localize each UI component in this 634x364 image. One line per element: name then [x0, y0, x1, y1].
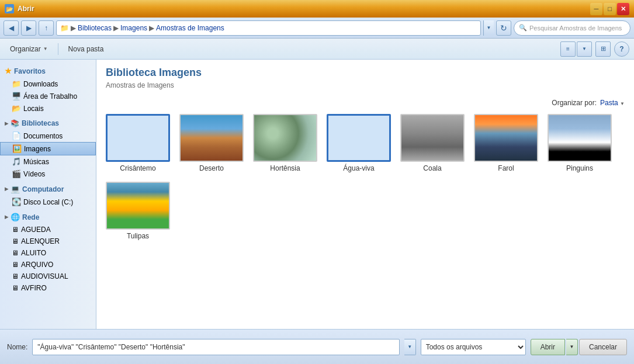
sidebar-item-desktop[interactable]: 🖥️ Área de Trabalho: [0, 90, 96, 102]
close-button[interactable]: ✕: [617, 3, 629, 15]
sidebar-item-drive-c[interactable]: 💽 Disco Local (C:): [0, 196, 96, 208]
sidebar-item-audiovisual[interactable]: 🖥 AUDIOVISUAL: [0, 271, 96, 282]
images-label: Imagens: [24, 145, 51, 153]
arquivo-label: ARQUIVO: [21, 261, 53, 269]
alenquer-label: ALENQUER: [21, 237, 60, 245]
open-dropdown-button[interactable]: ▼: [566, 339, 578, 355]
thumbnail-image: [400, 114, 465, 162]
filename-dropdown-button[interactable]: ▼: [404, 339, 416, 355]
organize-by-button[interactable]: Pasta ▼: [600, 99, 625, 107]
toolbar-separator: [58, 43, 58, 55]
sidebar-item-musicas[interactable]: 🎵 Músicas: [0, 155, 96, 168]
images-icon: 🖼️: [12, 144, 22, 153]
filetype-select[interactable]: Todos os arquivosArquivos de imagemJPEG …: [421, 339, 526, 355]
up-button[interactable]: ↑: [39, 20, 54, 36]
libraries-triangle-icon: ▶: [5, 121, 8, 126]
sidebar-item-agueda[interactable]: 🖥 AGUEDA: [0, 224, 96, 235]
sidebar-item-arquivo[interactable]: 🖥 ARQUIVO: [0, 259, 96, 271]
section-subtitle: Amostras de Imagens: [106, 81, 625, 89]
view-buttons: ≡ ▼ ⊞ ?: [560, 41, 629, 57]
sidebar-libraries-header[interactable]: ▶ 📚 Bibliotecas: [0, 117, 96, 130]
sidebar-item-imagens[interactable]: 🖼️ Imagens: [0, 142, 96, 155]
breadcrumb-images[interactable]: Imagens: [120, 24, 147, 32]
network-icon: 🌐: [11, 213, 20, 221]
drive-c-label: Disco Local (C:): [23, 198, 73, 206]
sidebar-computer-header[interactable]: ▶ 💻 Computador: [0, 182, 96, 196]
network-triangle-icon: ▶: [5, 214, 8, 220]
forward-button[interactable]: ▶: [21, 20, 36, 36]
docs-label: Documentos: [23, 132, 63, 140]
sidebar-section-computer: ▶ 💻 Computador 💽 Disco Local (C:): [0, 182, 96, 208]
titlebar: 📂 Abrir ─ □ ✕: [0, 0, 634, 18]
open-button[interactable]: Abrir: [531, 339, 565, 355]
thumbnail-image: [106, 114, 170, 162]
sidebar-item-documentos[interactable]: 📄 Documentos: [0, 130, 96, 142]
avfiro-icon: 🖥: [12, 284, 19, 292]
thumbnail-image: [106, 182, 170, 230]
video-icon: 🎬: [12, 169, 21, 178]
arquivo-icon: 🖥: [12, 261, 19, 269]
sidebar-item-alenquer[interactable]: 🖥 ALENQUER: [0, 235, 96, 247]
help-button[interactable]: ?: [614, 41, 629, 57]
thumbnail-item[interactable]: Coala: [400, 114, 465, 172]
view-preview-button[interactable]: ⊞: [595, 41, 611, 57]
drive-icon: 💽: [12, 197, 21, 206]
musicas-label: Músicas: [23, 158, 49, 166]
filename-input[interactable]: [32, 339, 399, 355]
sidebar-network-header[interactable]: ▶ 🌐 Rede: [0, 210, 96, 224]
cancel-button[interactable]: Cancelar: [579, 339, 627, 355]
organize-bar: Organizar por: Pasta ▼: [106, 99, 625, 107]
star-icon: ★: [5, 67, 12, 75]
action-buttons: Abrir ▼ Cancelar: [531, 339, 627, 355]
organize-by-dropdown-icon: ▼: [620, 101, 625, 106]
folder-icon: 📁: [12, 79, 21, 88]
window-title: Abrir: [18, 5, 34, 13]
thumbnail-label: Farol: [498, 164, 514, 172]
thumbnail-item[interactable]: Pinguins: [548, 114, 612, 172]
breadcrumb-libraries[interactable]: Bibliotecas: [78, 24, 112, 32]
thumbnail-item[interactable]: Água-viva: [327, 114, 391, 172]
breadcrumb-samples[interactable]: Amostras de Imagens: [156, 24, 224, 32]
sidebar-item-locais[interactable]: 📂 Locais: [0, 102, 96, 115]
organize-button[interactable]: Organizar ▼: [5, 41, 53, 57]
downloads-label: Downloads: [23, 80, 58, 88]
new-folder-label: Nova pasta: [68, 45, 104, 53]
new-folder-button[interactable]: Nova pasta: [63, 41, 109, 57]
organize-by-label: Organizar por:: [552, 99, 597, 107]
view-list-button[interactable]: ≡: [560, 41, 576, 57]
minimize-button[interactable]: ─: [590, 3, 602, 15]
sidebar-item-aluito[interactable]: 🖥 ALUITO: [0, 247, 96, 259]
thumbnail-label: Coala: [423, 164, 441, 172]
breadcrumb-dropdown-button[interactable]: ▼: [483, 20, 494, 36]
sidebar-item-avfiro[interactable]: 🖥 AVFIRO: [0, 282, 96, 294]
addressbar: ◀ ▶ ↑ 📁 ▶ Bibliotecas ▶ Imagens ▶ Amostr…: [0, 18, 634, 39]
breadcrumb-bar[interactable]: 📁 ▶ Bibliotecas ▶ Imagens ▶ Amostras de …: [56, 20, 481, 36]
sidebar-section-libraries: ▶ 📚 Bibliotecas 📄 Documentos 🖼️ Imagens …: [0, 117, 96, 180]
avfiro-label: AVFIRO: [21, 284, 47, 292]
libraries-icon: 📚: [11, 119, 19, 127]
sidebar-favorites-header[interactable]: ★ Favoritos: [0, 64, 96, 78]
view-dropdown-button[interactable]: ▼: [577, 41, 592, 57]
sidebar-item-videos[interactable]: 🎬 Vídeos: [0, 168, 96, 180]
computer-icon: 💻: [11, 185, 20, 193]
locais-label: Locais: [23, 105, 44, 113]
window-icon: 📂: [5, 4, 14, 13]
organize-label: Organizar: [10, 45, 41, 53]
videos-label: Vídeos: [23, 170, 45, 178]
thumbnail-item[interactable]: Tulipas: [106, 182, 170, 240]
filename-label: Nome:: [7, 343, 27, 351]
thumbnail-item[interactable]: Deserto: [179, 114, 244, 172]
thumbnail-image: [327, 114, 391, 162]
back-button[interactable]: ◀: [4, 20, 19, 36]
maximize-button[interactable]: □: [604, 3, 616, 15]
search-placeholder: Pesquisar Amostras de Imagens: [529, 25, 622, 32]
thumbnail-item[interactable]: Crisântemo: [106, 114, 170, 172]
refresh-button[interactable]: ↻: [496, 20, 511, 36]
thumbnails-grid: CrisântemoDesertoHortênsiaÁgua-vivaCoala…: [106, 114, 625, 240]
sidebar-item-downloads[interactable]: 📁 Downloads: [0, 78, 96, 90]
thumbnail-item[interactable]: Farol: [474, 114, 538, 172]
agueda-icon: 🖥: [12, 226, 19, 234]
thumbnail-item[interactable]: Hortênsia: [253, 114, 317, 172]
titlebar-controls: ─ □ ✕: [590, 3, 629, 15]
search-bar[interactable]: 🔍 Pesquisar Amostras de Imagens: [514, 20, 630, 36]
